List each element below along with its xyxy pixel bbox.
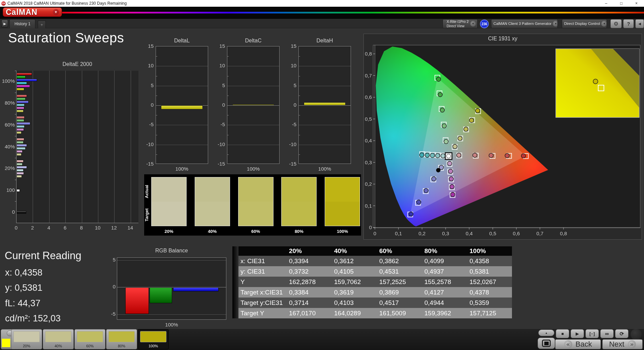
yellow-measured-point <box>453 144 457 149</box>
minimize-icon[interactable]: – <box>599 0 614 7</box>
table-row: y: CIE310,37320,41050,45310,49370,5381 <box>232 266 512 277</box>
meter-dropdown[interactable]: X-Rite i1Pro 2 Direct View ▼ <box>443 19 478 28</box>
table-cell: 155,2578 <box>422 277 467 287</box>
table-left-strip <box>232 308 238 318</box>
deltae-bar <box>17 73 32 75</box>
svg-text:0,4: 0,4 <box>365 138 372 143</box>
gridline <box>131 71 131 223</box>
add-tab-button[interactable]: + <box>38 21 46 28</box>
table-cell: 0,4099 <box>422 256 467 266</box>
swatch-label: 80% <box>281 229 317 234</box>
pattern-tile-100%[interactable]: 100% <box>138 329 169 349</box>
minor-tick <box>299 115 300 115</box>
category-label: 100 <box>0 187 15 193</box>
category-label: 0 <box>0 209 15 215</box>
y-tick-label: -5 <box>137 121 154 127</box>
panel-up-button[interactable]: ▲ <box>538 329 554 336</box>
axis-tick <box>15 136 17 136</box>
axis-tick <box>15 158 17 158</box>
saturation-swatch <box>325 177 360 226</box>
next-button[interactable]: Next » <box>602 339 643 349</box>
tile-label: 40% <box>43 344 73 348</box>
column-header: 40% <box>331 246 377 256</box>
x-tick-label: 6 <box>60 225 70 231</box>
chevrons-left-icon: « <box>564 340 572 348</box>
tile-swatch <box>45 331 71 342</box>
target-swatch <box>195 202 230 226</box>
stop-icon: ■ <box>561 331 564 336</box>
saturation-swatch <box>151 177 187 226</box>
maximize-icon[interactable]: □ <box>614 0 629 7</box>
deltae-bar <box>17 138 24 141</box>
table-cell: 0,3612 <box>331 256 377 266</box>
pattern-window-button[interactable] <box>538 338 555 349</box>
pattern-tile-80%[interactable]: 80% <box>106 329 137 349</box>
minor-tick <box>227 96 229 96</box>
measurement-table: 20%40%60%80%100%x: CIE310,33940,36120,38… <box>232 246 512 318</box>
tab-history-1[interactable]: History 1 <box>9 19 35 28</box>
minor-tick <box>156 115 157 115</box>
table-cell: 0,3384 <box>286 287 331 298</box>
layout-nav-button[interactable]: ▶ <box>1 20 8 28</box>
page-title: Saturation Sweeps <box>8 30 124 45</box>
display-control-dropdown[interactable]: Direct Display Control ▼ <box>562 19 607 28</box>
play-icon: ▶ <box>3 22 6 26</box>
svg-text:0,8: 0,8 <box>560 231 567 236</box>
minor-tick <box>227 154 229 155</box>
deltae-bar <box>17 144 27 147</box>
column-header: 100% <box>467 246 512 256</box>
deltae2000-chart: DeltaE 2000 02468101214100%80%60%40%20%1… <box>0 54 145 236</box>
table-cell: 0,5381 <box>467 266 512 277</box>
rainbow-divider <box>51 12 644 13</box>
pattern-tile-40%[interactable]: 40% <box>43 329 74 349</box>
close-icon[interactable]: × <box>629 0 644 7</box>
range-read-button[interactable]: [··] <box>585 329 599 338</box>
deltah-plot <box>298 46 351 164</box>
loop-button[interactable]: ⟳ <box>615 329 629 338</box>
back-button[interactable]: « Back <box>555 339 601 349</box>
row-label: Target y:CIE31 <box>238 298 286 308</box>
magenta-measured-point <box>449 177 453 181</box>
deltae-bar <box>17 98 26 100</box>
green-balance-bar <box>150 287 172 303</box>
settings-button[interactable]: ⚙ <box>610 19 622 28</box>
svg-text:0,6: 0,6 <box>513 231 520 236</box>
pattern-generator-dropdown[interactable]: CalMAN Client 3 Pattern Generator ▼ <box>491 19 558 28</box>
blue-measured-point <box>409 212 413 216</box>
x-tick-label: 12 <box>109 225 119 231</box>
stop-button[interactable]: ■ <box>556 329 569 338</box>
play-button[interactable]: ▶ <box>571 329 584 338</box>
chevron-left-icon: ◀ <box>638 22 641 26</box>
magenta-measured-point <box>448 169 453 173</box>
y-tick-label: -10 <box>209 141 225 147</box>
collapse-toolbar-button[interactable]: ◀ <box>635 19 644 28</box>
gridline <box>49 71 50 223</box>
pattern-tile-60%[interactable]: 60% <box>74 329 105 349</box>
red-measured-point <box>521 154 526 158</box>
gridline <box>156 66 208 66</box>
gridline <box>227 86 279 86</box>
pattern-tile-20%[interactable]: 20% <box>11 329 42 349</box>
deltah-chart: DeltaH 100% 151050-5-10-15 <box>278 30 356 175</box>
gridline <box>299 66 351 66</box>
deltae-bar <box>17 175 22 178</box>
gridline <box>299 86 351 86</box>
meter-name: X-Rite i1Pro 2 <box>447 20 469 24</box>
deltae-bar <box>17 107 24 109</box>
calman-menu-button[interactable]: CalMAN ▼ <box>3 7 62 17</box>
rgb-balance-plot <box>117 257 226 320</box>
help-button[interactable]: ? <box>623 19 634 28</box>
magenta-measured-point <box>451 192 455 197</box>
actual-swatch <box>238 177 273 202</box>
deltae-bar <box>17 116 25 119</box>
y-tick-label: 10 <box>280 63 296 68</box>
yellow-measured-point <box>464 127 468 131</box>
minor-tick <box>299 76 300 76</box>
meter-count-badge[interactable]: 236 <box>480 20 489 28</box>
table-cell: 0,3732 <box>286 266 331 277</box>
axis-tick <box>15 114 17 114</box>
actual-row-label: Actual <box>144 178 150 205</box>
app-window: CM CalMAN 2018 CalMAN Ultimate for Busin… <box>0 0 644 350</box>
continuous-read-button[interactable]: ∞ <box>600 329 614 338</box>
y-tick-label: -15 <box>137 161 154 167</box>
